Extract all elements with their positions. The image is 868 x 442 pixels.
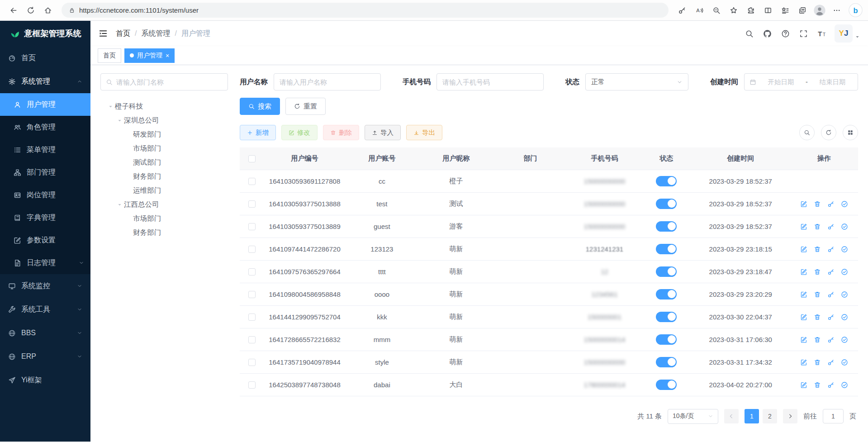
browser-favorite-button[interactable]	[726, 3, 742, 18]
reset-password-icon[interactable]	[827, 200, 835, 208]
delete-icon[interactable]	[814, 268, 821, 276]
search-button[interactable]: 搜索	[240, 98, 280, 115]
select-all-checkbox[interactable]	[248, 155, 256, 162]
bing-copilot-button[interactable]: b	[849, 3, 863, 17]
row-checkbox[interactable]	[248, 381, 256, 389]
status-toggle[interactable]	[656, 221, 677, 232]
sidebar-item-erp[interactable]: ERP	[0, 345, 90, 368]
delete-icon[interactable]	[814, 314, 821, 321]
tree-node-rd-dept[interactable]: 研发部门	[100, 128, 228, 142]
assign-role-icon[interactable]	[841, 291, 848, 298]
status-toggle[interactable]	[656, 312, 677, 322]
assign-role-icon[interactable]	[841, 359, 848, 366]
browser-extensions-button[interactable]	[743, 3, 759, 18]
reset-password-icon[interactable]	[827, 246, 835, 253]
edit-icon[interactable]	[800, 359, 807, 366]
status-toggle[interactable]	[656, 244, 677, 254]
next-page-button[interactable]	[783, 409, 797, 423]
edit-icon[interactable]	[800, 336, 807, 343]
tab-user-mgmt[interactable]: 用户管理 ×	[124, 48, 175, 63]
column-settings-button[interactable]	[843, 125, 858, 140]
status-toggle[interactable]	[656, 357, 677, 367]
delete-icon[interactable]	[814, 223, 821, 230]
edit-icon[interactable]	[800, 381, 807, 389]
assign-role-icon[interactable]	[841, 223, 848, 230]
sidebar-item-bbs[interactable]: BBS	[0, 321, 90, 345]
tree-node-jiangxi-hq[interactable]: 江西总公司	[100, 198, 228, 212]
user-avatar[interactable]: YJ	[835, 24, 853, 43]
sidebar-item-menu-mgmt[interactable]: 菜单管理	[0, 138, 90, 161]
status-select[interactable]: 正常	[585, 73, 688, 90]
add-button[interactable]: 新增	[240, 125, 276, 140]
tree-node-ops-dept[interactable]: 运维部门	[100, 184, 228, 198]
row-checkbox[interactable]	[248, 359, 256, 366]
browser-password-button[interactable]	[674, 3, 690, 18]
row-checkbox[interactable]	[248, 291, 256, 298]
page-button-2[interactable]: 2	[763, 409, 777, 423]
tree-node-market-dept-jx[interactable]: 市场部门	[100, 212, 228, 226]
delete-icon[interactable]	[814, 359, 821, 366]
date-range-picker[interactable]: 开始日期 - 结束日期	[744, 73, 858, 90]
edit-icon[interactable]	[800, 223, 807, 230]
url-bar[interactable]: https://ccnetcore.com:1101/system/user	[62, 3, 669, 18]
sidebar-item-system-mgmt[interactable]: 系统管理	[0, 70, 90, 93]
delete-icon[interactable]	[814, 246, 821, 253]
row-checkbox[interactable]	[248, 314, 256, 321]
sidebar-item-dept-mgmt[interactable]: 部门管理	[0, 161, 90, 184]
dept-search-input[interactable]	[116, 78, 223, 86]
page-size-select[interactable]: 10条/页	[668, 409, 718, 424]
delete-button[interactable]: 删除	[323, 125, 359, 140]
sidebar-item-role-mgmt[interactable]: 角色管理	[0, 116, 90, 138]
tree-node-chengzi-tech[interactable]: 橙子科技	[100, 100, 228, 114]
browser-settings-button[interactable]	[829, 3, 845, 18]
row-checkbox[interactable]	[248, 178, 256, 185]
fullscreen-button[interactable]	[795, 24, 812, 43]
tab-home[interactable]: 首页	[98, 48, 121, 63]
browser-home-button[interactable]	[40, 3, 56, 18]
tree-node-finance-dept-jx[interactable]: 财务部门	[100, 226, 228, 240]
breadcrumb-item[interactable]: 系统管理	[141, 29, 170, 38]
browser-profile-avatar[interactable]	[813, 4, 826, 17]
edit-icon[interactable]	[800, 291, 807, 298]
tree-node-shenzhen-hq[interactable]: 深圳总公司	[100, 114, 228, 128]
modify-button[interactable]: 修改	[281, 125, 318, 140]
export-button[interactable]: 导出	[406, 125, 442, 140]
tree-node-finance-dept[interactable]: 财务部门	[100, 170, 228, 184]
hamburger-icon[interactable]	[99, 29, 108, 38]
status-toggle[interactable]	[656, 289, 677, 299]
reset-password-icon[interactable]	[827, 291, 835, 298]
tree-node-test-dept[interactable]: 测试部门	[100, 156, 228, 170]
sidebar-item-post-mgmt[interactable]: 岗位管理	[0, 184, 90, 206]
delete-icon[interactable]	[814, 291, 821, 298]
goto-page-input[interactable]	[823, 409, 844, 423]
row-checkbox[interactable]	[248, 200, 256, 208]
github-button[interactable]	[759, 24, 776, 43]
edit-icon[interactable]	[800, 246, 807, 253]
toggle-search-button[interactable]	[799, 125, 815, 140]
reset-button[interactable]: 重置	[285, 98, 326, 115]
edit-icon[interactable]	[800, 268, 807, 276]
row-checkbox[interactable]	[248, 223, 256, 230]
close-icon[interactable]: ×	[166, 52, 169, 59]
reset-password-icon[interactable]	[827, 223, 835, 230]
sidebar-item-log-mgmt[interactable]: 日志管理	[0, 252, 90, 274]
help-button[interactable]	[777, 24, 794, 43]
sidebar-item-param-settings[interactable]: 参数设置	[0, 229, 90, 252]
font-size-button[interactable]: TT	[813, 24, 830, 43]
assign-role-icon[interactable]	[841, 381, 848, 389]
browser-favorites-bar-button[interactable]	[777, 3, 793, 18]
browser-zoom-button[interactable]	[708, 3, 725, 18]
username-input[interactable]	[274, 73, 381, 90]
header-search-button[interactable]	[740, 24, 758, 43]
assign-role-icon[interactable]	[841, 200, 848, 208]
browser-refresh-button[interactable]	[23, 3, 39, 18]
status-toggle[interactable]	[656, 334, 677, 345]
breadcrumb-item[interactable]: 首页	[116, 29, 130, 38]
sidebar-item-system-monitor[interactable]: 系统监控	[0, 274, 90, 298]
row-checkbox[interactable]	[248, 246, 256, 253]
sidebar-item-yi-framework[interactable]: Yi框架	[0, 368, 90, 392]
browser-back-button[interactable]	[5, 3, 22, 18]
import-button[interactable]: 导入	[365, 125, 401, 140]
assign-role-icon[interactable]	[841, 314, 848, 321]
tree-node-market-dept[interactable]: 市场部门	[100, 142, 228, 156]
